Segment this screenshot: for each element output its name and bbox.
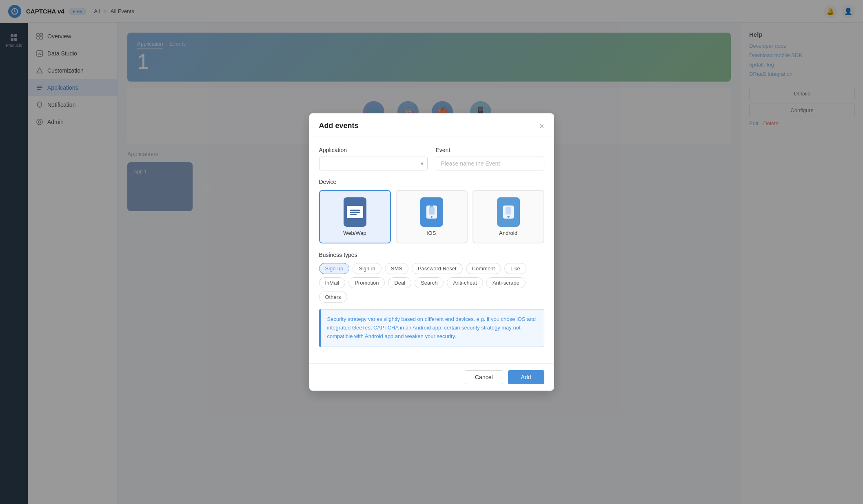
add-button[interactable]: Add [508, 370, 544, 384]
modal-footer: Cancel Add [309, 363, 554, 391]
tag-comment[interactable]: Comment [466, 263, 501, 274]
modal-body: Application Event Device [309, 137, 554, 363]
modal-close-button[interactable]: × [539, 122, 544, 130]
application-label: Application [319, 147, 428, 153]
tags-row-1: Sign-up Sign-in SMS Password Reset Comme… [319, 263, 544, 274]
tag-promotion[interactable]: Promotion [348, 277, 385, 288]
business-types-title: Business types [319, 252, 544, 258]
tag-signup[interactable]: Sign-up [319, 263, 350, 274]
tag-anti-cheat[interactable]: Anti-cheat [447, 277, 483, 288]
cancel-button[interactable]: Cancel [465, 370, 503, 384]
info-box: Security strategy varies slightly based … [319, 309, 544, 347]
tags-row-3: Others [319, 292, 544, 303]
tags-row-2: InMail Promotion Deal Search Anti-cheat … [319, 277, 544, 288]
svg-rect-20 [506, 207, 511, 214]
ios-device-icon [420, 197, 443, 227]
device-card-ios-label: iOS [427, 230, 436, 236]
device-card-ios[interactable]: iOS [396, 190, 468, 243]
application-select-wrapper [319, 157, 428, 170]
device-card-android[interactable]: Android [473, 190, 544, 243]
application-select[interactable] [319, 157, 428, 170]
tag-anti-scrape[interactable]: Anti-scrape [486, 277, 526, 288]
svg-rect-17 [429, 207, 435, 214]
info-text: Security strategy varies slightly based … [327, 316, 536, 339]
svg-rect-21 [507, 216, 510, 217]
modal-overlay: Add events × Application Event [0, 0, 863, 504]
device-card-webwap-label: Web/Wap [343, 230, 366, 236]
tag-search[interactable]: Search [415, 277, 444, 288]
device-cards: Web/Wap iOS [319, 190, 544, 243]
device-section-title: Device [319, 179, 544, 185]
tag-signin[interactable]: Sign-in [353, 263, 381, 274]
form-group-event: Event [436, 147, 544, 170]
device-card-webwap[interactable]: Web/Wap [319, 190, 391, 243]
tag-like[interactable]: Like [504, 263, 526, 274]
tag-deal[interactable]: Deal [388, 277, 411, 288]
device-card-android-label: Android [499, 230, 517, 236]
svg-point-16 [431, 216, 433, 218]
android-device-icon [497, 197, 520, 227]
form-row-app-event: Application Event [319, 147, 544, 170]
tag-sms[interactable]: SMS [385, 263, 408, 274]
modal-header: Add events × [309, 113, 554, 137]
tag-password-reset[interactable]: Password Reset [412, 263, 463, 274]
modal-title: Add events [319, 122, 359, 130]
event-label: Event [436, 147, 544, 153]
webwap-icon [344, 197, 366, 227]
form-group-application: Application [319, 147, 428, 170]
tag-inmail[interactable]: InMail [319, 277, 346, 288]
add-events-modal: Add events × Application Event [309, 113, 554, 390]
tag-others[interactable]: Others [319, 292, 347, 303]
event-input[interactable] [436, 157, 544, 170]
